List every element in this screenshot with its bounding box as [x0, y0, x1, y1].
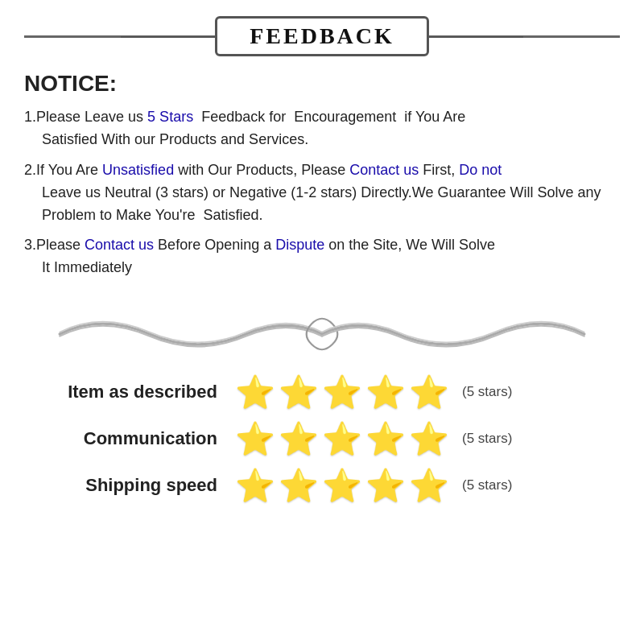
- notice-item-3-text: 3.Please Contact us Before Opening a Dis…: [24, 237, 495, 253]
- star-s4: ⭐: [365, 469, 406, 502]
- notice-item-2-indent: Leave us Neutral (3 stars) or Negative (…: [24, 182, 620, 227]
- page: FEEDBACK NOTICE: 1.Please Leave us 5 Sta…: [0, 0, 644, 644]
- decorative-divider: [24, 310, 620, 358]
- rating-label-item-described: Item as described: [40, 382, 225, 402]
- star-s3: ⭐: [322, 469, 362, 502]
- rating-row-shipping: Shipping speed ⭐ ⭐ ⭐ ⭐ ⭐ (5 stars): [40, 469, 620, 502]
- star-c2: ⭐: [279, 423, 319, 455]
- star-c5: ⭐: [409, 423, 449, 455]
- rating-row-communication: Communication ⭐ ⭐ ⭐ ⭐ ⭐ (5 stars): [40, 423, 620, 455]
- star-1: ⭐: [235, 376, 275, 408]
- stars-shipping: ⭐ ⭐ ⭐ ⭐ ⭐: [235, 469, 449, 502]
- notice-contact-2[interactable]: Contact us: [85, 237, 154, 253]
- star-5: ⭐: [409, 376, 449, 408]
- star-c1: ⭐: [235, 423, 275, 455]
- rating-row-item-described: Item as described ⭐ ⭐ ⭐ ⭐ ⭐ (5 stars): [40, 376, 620, 408]
- star-2: ⭐: [279, 376, 319, 408]
- stars-count-item-described: (5 stars): [462, 384, 512, 400]
- notice-item-2: 2.If You Are Unsatisfied with Our Produc…: [24, 159, 620, 227]
- divider-svg: [24, 310, 620, 358]
- star-s1: ⭐: [235, 469, 275, 502]
- ratings-section: Item as described ⭐ ⭐ ⭐ ⭐ ⭐ (5 stars) Co…: [24, 376, 620, 502]
- notice-contact-1[interactable]: Contact us: [349, 162, 419, 178]
- notice-item-3-indent: It Immediately: [24, 257, 620, 279]
- star-4: ⭐: [365, 376, 406, 408]
- stars-count-shipping: (5 stars): [462, 477, 512, 493]
- notice-item-1-stars: 5 Stars: [147, 109, 193, 125]
- stars-item-described: ⭐ ⭐ ⭐ ⭐ ⭐: [235, 376, 449, 408]
- star-c3: ⭐: [322, 423, 362, 455]
- notice-item-1-text: 1.Please Leave us 5 Stars Feedback for E…: [24, 109, 465, 125]
- stars-count-communication: (5 stars): [462, 431, 512, 447]
- stars-communication: ⭐ ⭐ ⭐ ⭐ ⭐: [235, 423, 449, 455]
- star-s5: ⭐: [409, 469, 449, 502]
- star-3: ⭐: [322, 376, 362, 408]
- notice-dispute: Dispute: [275, 237, 324, 253]
- notice-title: NOTICE:: [24, 71, 620, 97]
- notice-donot: Do not: [459, 162, 502, 178]
- notice-list: 1.Please Leave us 5 Stars Feedback for E…: [24, 106, 620, 287]
- rating-label-communication: Communication: [40, 428, 225, 449]
- feedback-title: FEEDBACK: [250, 23, 394, 48]
- notice-unsatisfied: Unsatisfied: [102, 162, 174, 178]
- star-s2: ⭐: [279, 469, 319, 502]
- feedback-header: FEEDBACK: [24, 16, 620, 56]
- star-c4: ⭐: [365, 423, 406, 455]
- notice-item-1-indent: Satisfied With our Products and Services…: [24, 129, 620, 151]
- notice-item-3: 3.Please Contact us Before Opening a Dis…: [24, 234, 620, 279]
- rating-label-shipping: Shipping speed: [40, 475, 225, 496]
- notice-item-1: 1.Please Leave us 5 Stars Feedback for E…: [24, 106, 620, 151]
- notice-item-2-text: 2.If You Are Unsatisfied with Our Produc…: [24, 162, 502, 178]
- feedback-title-box: FEEDBACK: [215, 16, 429, 56]
